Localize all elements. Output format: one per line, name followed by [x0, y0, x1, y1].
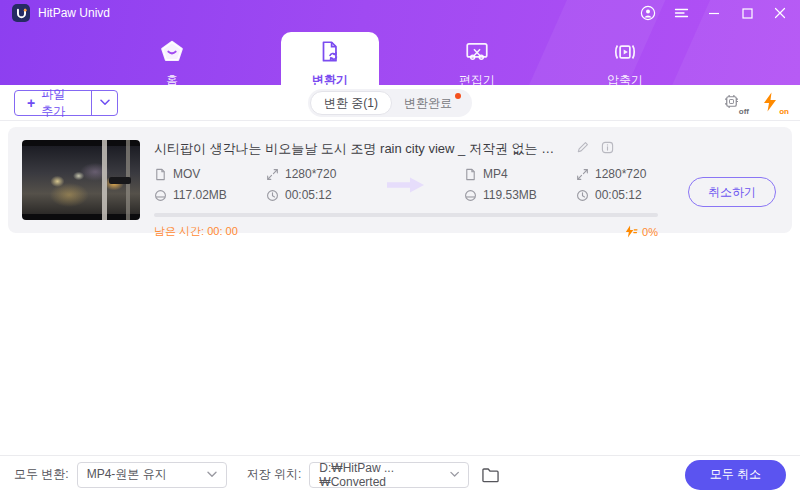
chevron-down-icon: [450, 471, 459, 478]
window-controls: [640, 5, 788, 21]
titlebar: HitPaw Univd: [0, 0, 800, 24]
output-format-select[interactable]: MP4-원본 유지: [77, 462, 227, 488]
chevron-down-icon: [100, 99, 110, 106]
hw-accel-area: off on: [722, 92, 786, 114]
source-resolution: 1280*720: [266, 167, 348, 181]
home-icon: [159, 39, 185, 69]
output-format-value: MP4-원본 유지: [87, 466, 167, 483]
size-icon: [464, 189, 477, 202]
tab-converting-label: 변환 중(1): [324, 95, 378, 112]
toolbar: + 파일 추가 변환 중(1) 변환완료 off on: [0, 85, 800, 121]
close-icon[interactable]: [772, 5, 788, 21]
target-duration: 00:05:12: [576, 188, 658, 202]
converter-icon: [317, 39, 343, 69]
resolution-icon: [266, 168, 279, 181]
source-duration: 00:05:12: [266, 188, 348, 202]
lightning-icon: [762, 92, 778, 112]
tab-home[interactable]: 홈: [122, 32, 222, 85]
add-file-main[interactable]: + 파일 추가: [15, 91, 91, 115]
target-resolution: 1280*720: [576, 167, 658, 181]
cancel-task-button[interactable]: 취소하기: [688, 177, 776, 207]
source-size: 117.02MB: [154, 188, 236, 202]
tab-home-label: 홈: [166, 72, 178, 85]
tab-editor-label: 편집기: [459, 72, 495, 85]
open-folder-button[interactable]: [481, 466, 500, 483]
conversion-task-row: 시티팝이 생각나는 비오늘날 도시 조명 rain city view _ 저작…: [8, 127, 792, 233]
size-icon: [154, 189, 167, 202]
tab-compressor[interactable]: 압축기: [575, 32, 675, 85]
tab-compressor-label: 압축기: [607, 72, 643, 85]
tab-converter[interactable]: 변환기: [281, 32, 379, 85]
add-file-button[interactable]: + 파일 추가: [14, 90, 118, 116]
queue-segment-control: 변환 중(1) 변환완료: [308, 89, 472, 117]
file-icon: [464, 168, 477, 181]
video-thumbnail: [22, 140, 140, 220]
save-path-select[interactable]: D:₩HitPaw ...₩Converted: [309, 462, 469, 488]
convert-arrow-icon: [348, 174, 464, 196]
rename-icon[interactable]: [576, 140, 589, 158]
info-icon[interactable]: [601, 140, 614, 158]
maximize-icon[interactable]: [739, 5, 755, 21]
account-icon[interactable]: [640, 5, 656, 21]
gpu-accel-state: off: [739, 107, 749, 116]
menu-icon[interactable]: [673, 5, 689, 21]
boost-state: on: [779, 107, 789, 116]
source-specs: MOV 1280*720 117.02MB 00:05:12: [154, 167, 348, 202]
folder-icon: [481, 466, 500, 483]
source-format: MOV: [154, 167, 236, 181]
target-specs: MP4 1280*720 119.53MB 00:05:12: [464, 167, 658, 202]
boost-toggle[interactable]: on: [762, 92, 786, 114]
target-format: MP4: [464, 167, 546, 181]
progress-percent: 0%: [642, 226, 658, 238]
target-size: 119.53MB: [464, 188, 546, 202]
chevron-down-icon: [207, 471, 217, 478]
app-header: HitPaw Univd: [0, 0, 800, 85]
thumbnail-detail: [102, 140, 107, 220]
footer-bar: 모두 변환: MP4-원본 유지 저장 위치: D:₩HitPaw ...₩Co…: [0, 455, 800, 493]
progress-bar: [154, 213, 658, 217]
gpu-accel-toggle[interactable]: off: [722, 92, 746, 114]
thumbnail-detail: [109, 177, 131, 184]
minimize-icon[interactable]: [706, 5, 722, 21]
save-path-value: D:₩HitPaw ...₩Converted: [319, 461, 450, 489]
new-badge: [455, 93, 461, 99]
add-file-label: 파일 추가: [41, 86, 77, 120]
compressor-icon: [612, 39, 638, 69]
add-file-dropdown[interactable]: [91, 91, 117, 115]
file-title: 시티팝이 생각나는 비오늘날 도시 조명 rain city view _ 저작…: [154, 140, 564, 158]
main-nav: 홈 변환기: [0, 24, 800, 85]
resolution-icon: [576, 168, 589, 181]
tab-converted-label: 변환완료: [404, 95, 452, 112]
task-list: 시티팝이 생각나는 비오늘날 도시 조명 rain city view _ 저작…: [0, 121, 800, 455]
clock-icon: [266, 189, 279, 202]
tab-converted[interactable]: 변환완료: [392, 91, 464, 115]
clock-icon: [576, 189, 589, 202]
convert-all-label: 모두 변환:: [14, 466, 69, 483]
editor-icon: [464, 39, 490, 69]
tab-converter-label: 변환기: [312, 72, 348, 85]
app-title: HitPaw Univd: [38, 6, 110, 20]
remaining-time: 남은 시간: 00: 00: [154, 224, 238, 239]
speed-lightning-icon: [623, 225, 638, 238]
tab-converting[interactable]: 변환 중(1): [310, 91, 392, 115]
app-logo-icon: [12, 4, 30, 22]
save-location-label: 저장 위치:: [247, 466, 302, 483]
tab-editor[interactable]: 편집기: [427, 32, 527, 85]
file-icon: [154, 168, 167, 181]
cancel-all-button[interactable]: 모두 취소: [685, 460, 786, 490]
plus-icon: +: [27, 96, 35, 110]
